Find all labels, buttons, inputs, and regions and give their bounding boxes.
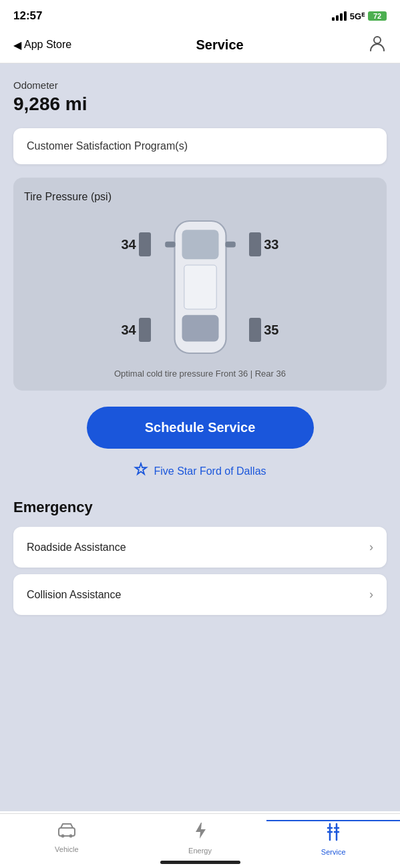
tab-bar: Vehicle Energy Service <box>0 813 400 868</box>
tire-pressure-card: Tire Pressure (psi) 34 33 <box>13 178 387 391</box>
service-icon <box>325 823 342 845</box>
emergency-title: Emergency <box>13 499 387 516</box>
dealer-name: Five Star Ford of Dallas <box>154 465 266 477</box>
tab-energy-label: Energy <box>188 847 212 855</box>
energy-icon <box>194 821 206 844</box>
roadside-chevron-icon: › <box>369 540 373 554</box>
profile-icon[interactable] <box>368 33 387 56</box>
roadside-assistance-card[interactable]: Roadside Assistance › <box>13 527 387 568</box>
odometer-value: 9,286 mi <box>13 93 387 115</box>
home-indicator <box>160 861 240 864</box>
svg-rect-3 <box>182 315 218 342</box>
status-icons: 5Gᴱ 72 <box>332 11 387 21</box>
battery-icon: 72 <box>368 11 387 21</box>
schedule-service-button[interactable]: Schedule Service <box>87 407 314 449</box>
signal-icon <box>332 11 347 21</box>
emergency-section: Emergency Roadside Assistance › Collisio… <box>13 499 387 615</box>
roadside-assistance-label: Roadside Assistance <box>27 541 126 554</box>
tire-rect-rl <box>139 318 151 342</box>
svg-point-9 <box>69 834 72 837</box>
collision-chevron-icon: › <box>369 588 373 602</box>
collision-assistance-label: Collision Assistance <box>27 589 121 601</box>
tab-vehicle-label: Vehicle <box>55 845 78 853</box>
tab-service[interactable]: Service <box>266 820 400 856</box>
tab-energy[interactable]: Energy <box>134 821 267 855</box>
status-bar: 12:57 5Gᴱ 72 <box>0 0 400 29</box>
svg-rect-4 <box>184 265 216 309</box>
nav-bar: ◀ App Store Service <box>0 29 400 63</box>
tire-rect-rr <box>249 318 261 342</box>
csp-card[interactable]: Customer Satisfaction Program(s) <box>13 128 387 164</box>
svg-rect-5 <box>165 242 175 248</box>
csp-text: Customer Satisfaction Program(s) <box>27 140 188 152</box>
svg-rect-6 <box>225 242 235 248</box>
vehicle-icon <box>57 823 76 843</box>
odometer-label: Odometer <box>13 79 387 91</box>
svg-point-0 <box>374 37 381 43</box>
svg-point-8 <box>61 834 64 837</box>
tire-diagram: 34 33 <box>114 214 287 361</box>
page-title: Service <box>196 37 243 53</box>
main-content: Odometer 9,286 mi Customer Satisfaction … <box>0 63 400 811</box>
network-type: 5Gᴱ <box>350 11 365 21</box>
collision-assistance-card[interactable]: Collision Assistance › <box>13 574 387 615</box>
svg-rect-2 <box>182 230 218 259</box>
tire-rear-right: 35 <box>249 318 278 342</box>
tire-pressure-title: Tire Pressure (psi) <box>24 191 376 203</box>
tire-rear-left: 34 <box>122 318 151 342</box>
back-label: App Store <box>24 39 71 51</box>
star-icon <box>134 462 148 480</box>
dealer-row[interactable]: Five Star Ford of Dallas <box>13 462 387 480</box>
tire-optimal-text: Optimal cold tire pressure Front 36 | Re… <box>24 369 376 379</box>
back-chevron-icon: ◀ <box>13 39 21 51</box>
svg-rect-7 <box>59 828 75 836</box>
tab-vehicle[interactable]: Vehicle <box>0 823 134 853</box>
back-button[interactable]: ◀ App Store <box>13 39 71 51</box>
odometer-section: Odometer 9,286 mi <box>13 79 387 115</box>
status-time: 12:57 <box>13 9 42 23</box>
tab-service-label: Service <box>321 848 346 856</box>
